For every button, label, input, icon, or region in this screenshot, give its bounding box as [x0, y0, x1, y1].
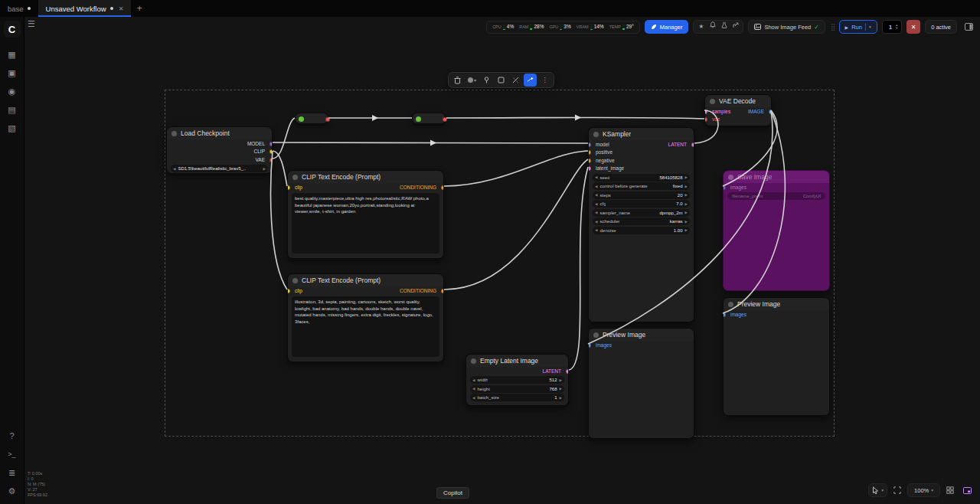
scheduler-widget[interactable]: ◀schedulerkarras▶ [593, 218, 690, 225]
slot-images-in[interactable] [723, 185, 726, 190]
settings-gear-icon[interactable]: ⚙ [3, 483, 21, 499]
sidebar-item-node-library[interactable]: ◉ [3, 83, 21, 100]
height-widget[interactable]: ◀height768▶ [470, 385, 564, 393]
node-vae-decode[interactable]: VAE Decode samples IMAGE vae [704, 94, 772, 126]
width-widget[interactable]: ◀width512▶ [470, 376, 564, 384]
filename-prefix-widget[interactable]: filename_prefixComfyUI [727, 192, 825, 200]
slot-latent-out[interactable] [691, 142, 694, 147]
dec-icon[interactable]: ◀ [595, 211, 597, 214]
collapse-dot[interactable] [172, 131, 177, 136]
inc-icon[interactable]: ▶ [685, 193, 688, 197]
sidebar-item-templates[interactable]: ▧ [3, 119, 21, 136]
slot-clip-in[interactable] [287, 185, 290, 190]
slot-conditioning-out[interactable] [441, 185, 444, 190]
slot-samples-in[interactable] [704, 110, 707, 114]
tab-base[interactable]: base [0, 0, 38, 17]
flask-icon[interactable] [718, 21, 730, 33]
inc-icon[interactable]: ▶ [685, 175, 688, 179]
slot-images-in[interactable] [723, 313, 726, 317]
seed-widget[interactable]: ◀seed584105828▶ [593, 174, 690, 182]
slot-vae-out[interactable] [325, 117, 330, 122]
collapse-dot[interactable] [710, 99, 715, 104]
dec-icon[interactable]: ◀ [595, 220, 597, 224]
inc-icon[interactable]: ▶ [685, 185, 688, 188]
drag-handle-icon[interactable]: ⣿ [830, 23, 835, 31]
node-clip-text-encode-positive[interactable]: CLIP Text Encode (Prompt) clip CONDITION… [287, 170, 444, 259]
slot-model-out[interactable] [270, 142, 273, 146]
node-ksampler[interactable]: KSampler model LATENT positive negative … [588, 127, 694, 322]
denoise-widget[interactable]: ◀denoise1.00▶ [593, 227, 690, 234]
cfg-widget[interactable]: ◀cfg7.0▶ [593, 200, 690, 208]
share-icon[interactable] [730, 21, 741, 33]
collapse-dot[interactable] [728, 302, 733, 307]
slot-conditioning-out[interactable] [441, 289, 444, 293]
slot-latent-in[interactable] [588, 166, 591, 171]
combo-right-icon[interactable]: ▶ [263, 167, 266, 171]
inc-icon[interactable]: ▶ [560, 378, 562, 382]
terminal-icon[interactable]: >_ [3, 446, 21, 463]
inc-icon[interactable]: ▶ [560, 387, 562, 391]
delete-button[interactable] [451, 74, 464, 87]
combo-left-icon[interactable]: ◀ [173, 167, 175, 171]
node-preview-image-bottom[interactable]: Preview Image images [588, 328, 694, 439]
collapse-dot[interactable] [292, 278, 298, 283]
run-button[interactable]: ▶ Run ▾ [839, 20, 877, 34]
steps-widget[interactable]: ◀steps20▶ [593, 191, 690, 199]
collapse-dot[interactable] [728, 175, 733, 180]
unlink-button[interactable] [509, 74, 522, 87]
collapse-dot[interactable] [416, 116, 421, 122]
sidebar-item-gallery[interactable]: ▣ [3, 64, 21, 81]
sidebar-item-model-library[interactable]: ▤ [3, 101, 21, 118]
prompt-textarea[interactable]: illustration, 3d, sepia, painting, carto… [292, 296, 439, 357]
node-preview-image-right[interactable]: Preview Image images [723, 297, 830, 416]
inc-icon[interactable]: ▶ [685, 211, 688, 214]
ckpt-name-combo[interactable]: ◀ SD1.5\beautifulRealistic_brav5_.. ▶ [171, 165, 268, 172]
node-save-image-bypassed[interactable]: Save Image images filename_prefixComfyUI [723, 170, 830, 291]
sidebar-item-workflows[interactable]: ▦ [3, 46, 21, 63]
tab-unsaved-workflow[interactable]: Unsaved Workflow ✕ [38, 0, 132, 17]
slot-vae-in[interactable] [704, 117, 707, 122]
bell-icon[interactable] [707, 21, 718, 33]
bypass-button[interactable] [524, 74, 537, 87]
close-tab-icon[interactable]: ✕ [119, 5, 124, 12]
logs-icon[interactable]: ≣ [3, 464, 21, 481]
show-image-feed-button[interactable]: Show Image Feed ✓ [748, 20, 825, 34]
batch-count-stepper[interactable]: 1 ▲ ▼ [882, 20, 902, 34]
frame-nodes-button[interactable] [495, 74, 508, 87]
dec-icon[interactable]: ◀ [595, 228, 597, 232]
pin-button[interactable] [480, 74, 493, 87]
slot-negative-in[interactable] [588, 159, 591, 163]
run-options-chevron-icon[interactable]: ▾ [869, 25, 871, 29]
star-icon[interactable]: ★ [695, 21, 707, 33]
canvas-menu-icon[interactable]: ☰ [28, 19, 35, 29]
slot-images-in[interactable] [588, 343, 591, 348]
batch-size-widget[interactable]: ◀batch_size1▶ [470, 394, 564, 401]
node-clip-text-encode-negative[interactable]: CLIP Text Encode (Prompt) clip CONDITION… [287, 273, 444, 362]
slot-clip-in[interactable] [287, 289, 290, 293]
comfyui-logo[interactable]: C [4, 21, 21, 38]
node-reroute-collapsed-1[interactable] [295, 113, 328, 124]
sampler-name-widget[interactable]: ◀sampler_namedpmpp_2m▶ [593, 209, 690, 217]
dec-icon[interactable]: ◀ [595, 193, 597, 197]
inc-icon[interactable]: ▶ [560, 396, 562, 400]
slot-image-out[interactable] [769, 110, 772, 114]
collapse-dot[interactable] [299, 116, 304, 122]
dec-icon[interactable]: ◀ [472, 378, 475, 382]
dec-icon[interactable]: ◀ [595, 185, 597, 188]
slot-vae-out[interactable] [270, 158, 273, 162]
minimap-button[interactable] [960, 483, 974, 497]
decrement-icon[interactable]: ▼ [895, 27, 898, 30]
zoom-control[interactable]: 100%▾ [907, 483, 940, 497]
inc-icon[interactable]: ▶ [685, 202, 688, 206]
active-jobs-badge[interactable]: 0 active [925, 20, 957, 34]
inc-icon[interactable]: ▶ [685, 228, 688, 232]
slot-vae-out[interactable] [443, 117, 447, 122]
collapse-dot[interactable] [593, 332, 599, 338]
toggle-grid-button[interactable] [943, 483, 957, 497]
pointer-mode-control[interactable]: ▾ [868, 483, 887, 497]
copilot-button[interactable]: Copilot [436, 487, 469, 499]
node-reroute-collapsed-2[interactable] [412, 113, 446, 124]
new-workflow-button[interactable]: + [131, 0, 148, 17]
prompt-textarea[interactable]: best quality,masterpiece,ultra high res,… [292, 193, 439, 254]
help-icon[interactable]: ? [3, 427, 21, 444]
